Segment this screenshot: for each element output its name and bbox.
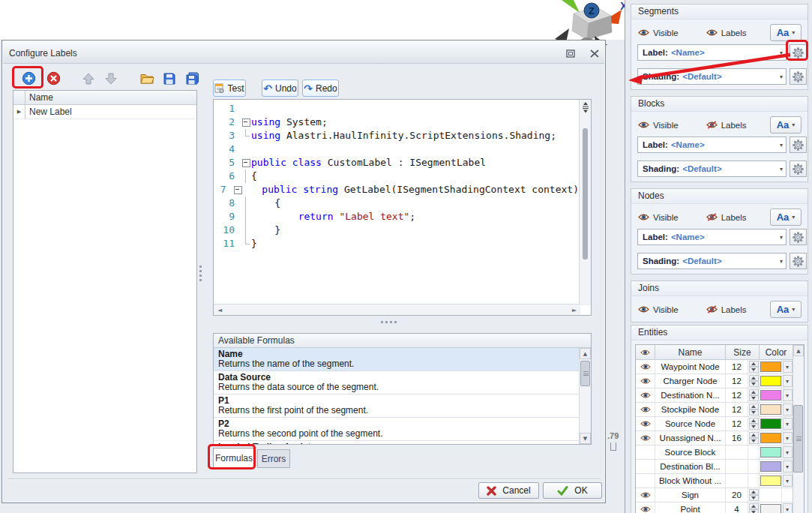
stepper-down-icon[interactable] [749, 410, 759, 416]
horizontal-splitter[interactable] [377, 321, 400, 325]
code-editor[interactable]: 12using System;3using Alastri.HaulInfini… [213, 99, 592, 316]
name-column-header[interactable]: Name [655, 345, 726, 359]
tab-formulas[interactable]: Formulas [213, 448, 255, 468]
entity-color-dropdown[interactable]: ▾ [782, 502, 793, 513]
segments-visible-toggle[interactable]: Visible [638, 28, 679, 38]
color-column-header[interactable]: Color [760, 345, 793, 359]
ok-button[interactable]: OK [543, 482, 602, 499]
chevron-down-icon[interactable]: ▾ [783, 503, 793, 513]
stepper-down-icon[interactable] [749, 438, 759, 444]
editor-horizontal-scrollbar[interactable]: ◄ ► [214, 304, 580, 315]
entity-size-stepper[interactable] [748, 431, 760, 445]
restore-icon[interactable] [564, 47, 577, 59]
color-swatch[interactable] [760, 418, 781, 429]
entity-color-dropdown[interactable]: ▾ [782, 474, 793, 488]
save-all-icon[interactable] [182, 69, 202, 88]
entity-size-stepper[interactable] [748, 417, 760, 430]
entity-size-stepper[interactable] [748, 374, 760, 388]
scroll-right-icon[interactable]: ► [568, 304, 580, 315]
add-label-button[interactable] [19, 69, 38, 88]
blocks-label-dropdown[interactable]: Label: <Name> ▾ [637, 136, 787, 153]
nodes-font-button[interactable]: Aa▾ [770, 208, 802, 226]
entity-color-dropdown[interactable]: ▾ [782, 388, 793, 402]
test-button[interactable]: Test [213, 80, 246, 97]
eye-column-header[interactable] [636, 345, 655, 359]
entity-size-stepper[interactable] [748, 388, 760, 402]
formula-item[interactable]: Loaded Trolley Assist [214, 441, 579, 444]
stepper-down-icon[interactable] [749, 424, 759, 430]
entity-size-stepper[interactable] [748, 360, 760, 374]
entity-color-swatch[interactable] [760, 403, 782, 416]
color-swatch[interactable] [760, 376, 781, 386]
color-swatch[interactable] [760, 447, 781, 458]
undo-button[interactable]: ↶ Undo [262, 80, 298, 97]
delete-label-button[interactable] [43, 69, 63, 88]
entities-scrollbar[interactable]: ▲ [793, 345, 804, 513]
stepper-up-icon[interactable] [749, 361, 759, 367]
redo-button[interactable]: ↷ Redo [302, 80, 339, 97]
stepper-up-icon[interactable] [749, 389, 759, 395]
nodes-visible-toggle[interactable]: Visible [638, 213, 679, 222]
entity-color-swatch[interactable] [760, 431, 782, 445]
color-swatch[interactable] [760, 433, 781, 443]
stepper-up-icon[interactable] [749, 432, 759, 438]
entity-size-stepper[interactable] [748, 502, 760, 513]
open-icon[interactable] [137, 69, 157, 88]
entity-color-swatch[interactable] [760, 474, 782, 488]
nodes-label-dropdown[interactable]: Label: <Name> ▾ [637, 229, 787, 245]
chevron-down-icon[interactable]: ▾ [783, 475, 793, 487]
color-swatch[interactable] [760, 404, 781, 415]
entity-color-dropdown[interactable]: ▾ [782, 374, 793, 388]
nodes-shading-gear-button[interactable] [790, 253, 807, 269]
editor-vscroll-thumb[interactable] [583, 128, 588, 260]
formula-item[interactable]: NameReturns the name of the segment. [214, 348, 579, 371]
entity-visibility-toggle[interactable] [636, 431, 655, 445]
blocks-labels-toggle[interactable]: Labels [706, 121, 747, 130]
3d-axis-gizmo[interactable]: Z X [553, 0, 628, 45]
entity-visibility-toggle[interactable] [636, 502, 655, 513]
entity-color-dropdown[interactable]: ▾ [782, 460, 793, 473]
segments-label-dropdown[interactable]: Label: <Name> ▾ [637, 44, 787, 61]
scroll-up-icon[interactable]: ▲ [580, 348, 591, 359]
formulas-scroll-thumb[interactable] [580, 361, 590, 386]
blocks-visible-toggle[interactable]: Visible [638, 121, 679, 130]
color-swatch[interactable] [760, 461, 781, 472]
editor-vertical-scrollbar[interactable] [579, 100, 591, 305]
stepper-down-icon[interactable] [749, 381, 759, 387]
fold-collapse-icon[interactable] [232, 183, 238, 196]
segments-labels-toggle[interactable]: Labels [706, 28, 747, 38]
chevron-down-icon[interactable]: ▾ [783, 432, 793, 444]
joins-labels-toggle[interactable]: Labels [706, 305, 747, 314]
tab-errors[interactable]: Errors [257, 449, 290, 468]
chevron-down-icon[interactable]: ▾ [783, 404, 793, 416]
chevron-down-icon[interactable]: ▾ [783, 446, 793, 458]
entity-color-swatch[interactable] [760, 417, 782, 430]
code-lines[interactable]: 12using System;3using Alastri.HaulInfini… [214, 100, 579, 304]
blocks-shading-gear-button[interactable] [790, 160, 807, 177]
close-icon[interactable] [588, 47, 601, 59]
entity-color-swatch[interactable] [760, 446, 782, 459]
chevron-down-icon[interactable]: ▾ [783, 389, 793, 401]
vertical-splitter[interactable] [199, 266, 202, 285]
color-swatch[interactable] [760, 362, 781, 372]
fold-collapse-icon[interactable] [241, 116, 251, 129]
formula-item[interactable]: P1Returns the first point of the segment… [214, 394, 579, 418]
stepper-down-icon[interactable] [749, 495, 759, 501]
stepper-up-icon[interactable] [749, 404, 759, 410]
entity-visibility-toggle[interactable] [636, 388, 655, 402]
save-icon[interactable] [160, 69, 179, 88]
joins-visible-toggle[interactable]: Visible [638, 305, 679, 314]
segments-shading-gear-button[interactable] [790, 68, 807, 85]
stepper-up-icon[interactable] [749, 418, 759, 424]
chevron-down-icon[interactable]: ▾ [783, 375, 793, 387]
size-column-header[interactable]: Size [726, 345, 760, 359]
entity-color-dropdown[interactable]: ▾ [782, 403, 793, 416]
formula-item[interactable]: P2Returns the second point of the segmen… [214, 418, 579, 441]
stepper-down-icon[interactable] [749, 395, 759, 401]
nodes-shading-dropdown[interactable]: Shading: <Default> ▾ [637, 253, 787, 269]
blocks-label-gear-button[interactable] [790, 136, 807, 153]
entity-color-dropdown[interactable]: ▾ [782, 446, 793, 459]
entity-color-swatch[interactable] [760, 360, 782, 374]
entity-color-swatch[interactable] [760, 374, 782, 388]
stepper-up-icon[interactable] [749, 375, 759, 381]
